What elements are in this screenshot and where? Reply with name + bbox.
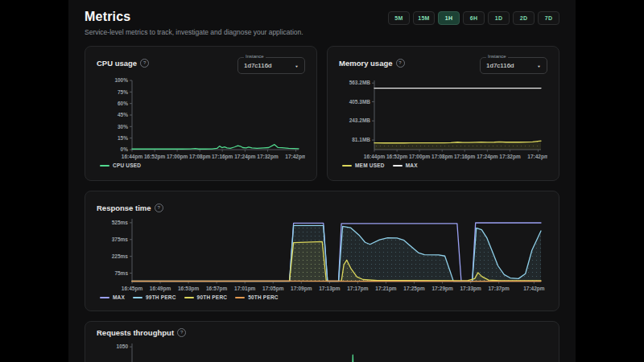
svg-text:17:08pm: 17:08pm — [189, 154, 211, 160]
svg-text:16:44pm: 16:44pm — [122, 154, 143, 160]
svg-text:16:52pm: 16:52pm — [144, 154, 166, 160]
svg-text:45%: 45% — [118, 112, 128, 117]
svg-text:17:21pm: 17:21pm — [375, 286, 397, 292]
cpu-card-title: CPU usage ? — [97, 56, 149, 68]
svg-text:243.2MB: 243.2MB — [349, 117, 371, 123]
legend-label: MAX — [406, 162, 418, 168]
cpu-usage-chart: 0%15%30%45%60%75%100%16:44pm16:52pm17:00… — [97, 76, 305, 160]
legend-swatch — [393, 165, 402, 167]
svg-text:75ms: 75ms — [114, 270, 128, 276]
chevron-down-icon: ▼ — [537, 64, 541, 68]
legend-max[interactable]: MAX — [100, 294, 125, 300]
memory-usage-card: Memory usage ? Instance 1d7c116d ▼ 81.1M… — [327, 46, 559, 181]
legend-label: 50TH PERC — [248, 294, 279, 300]
requests-throughput-chart: 7501050 — [97, 339, 547, 362]
svg-text:17:16pm: 17:16pm — [212, 154, 233, 160]
page-title-block: Metrics Service-level metrics to track, … — [85, 10, 303, 36]
legend-label: 90TH PERC — [197, 294, 228, 300]
requests-card-title: Requests throughput ? — [97, 327, 186, 337]
time-range-5m-button[interactable]: 5M — [388, 11, 410, 25]
help-icon[interactable]: ? — [396, 59, 405, 68]
requests-card-header: Requests throughput ? — [97, 327, 547, 337]
svg-text:0%: 0% — [121, 146, 129, 152]
legend-swatch — [100, 165, 109, 167]
memory-chart-legend: MEM USEDMAX — [339, 162, 547, 168]
time-range-15m-button[interactable]: 15M — [413, 11, 435, 25]
instance-select-value: 1d7c116d — [244, 62, 272, 69]
legend-swatch — [133, 297, 142, 298]
cpu-card-header: CPU usage ? Instance 1d7c116d ▼ — [97, 56, 305, 74]
legend-label: MAX — [113, 294, 125, 300]
legend-50th-perc[interactable]: 50TH PERC — [235, 294, 279, 300]
memory-title-text: Memory usage — [339, 59, 393, 68]
svg-text:16:57pm: 16:57pm — [206, 286, 228, 292]
legend-mem-used[interactable]: MEM USED — [342, 162, 385, 168]
svg-text:405.3MB: 405.3MB — [349, 99, 371, 105]
svg-text:563.2MB: 563.2MB — [349, 80, 371, 85]
cpu-usage-plot: 0%15%30%45%60%75%100%16:44pm16:52pm17:00… — [97, 76, 305, 160]
svg-text:17:42pm: 17:42pm — [527, 154, 547, 160]
requests-throughput-card: Requests throughput ? 7501050 — [85, 321, 559, 362]
svg-text:16:44pm: 16:44pm — [364, 154, 386, 160]
page-header: Metrics Service-level metrics to track, … — [68, 0, 576, 36]
svg-text:17:00pm: 17:00pm — [167, 154, 188, 160]
svg-text:81.1MB: 81.1MB — [352, 137, 370, 142]
svg-text:17:05pm: 17:05pm — [262, 286, 284, 292]
svg-text:15%: 15% — [118, 135, 128, 141]
response-time-chart: 75ms225ms375ms525ms16:45pm16:49pm16:53pm… — [97, 215, 547, 292]
time-range-1h-button[interactable]: 1H — [438, 11, 460, 25]
svg-text:17:13pm: 17:13pm — [319, 286, 341, 292]
memory-instance-select[interactable]: Instance 1d7c116d ▼ — [480, 57, 547, 74]
help-icon[interactable]: ? — [177, 328, 186, 337]
memory-usage-chart: 81.1MB243.2MB405.3MB563.2MB16:44pm16:52p… — [339, 76, 547, 160]
page-subtitle: Service-level metrics to track, investig… — [85, 28, 303, 36]
chevron-down-icon: ▼ — [295, 64, 299, 68]
legend-99th-perc[interactable]: 99TH PERC — [133, 294, 176, 300]
memory-card-header: Memory usage ? Instance 1d7c116d ▼ — [339, 56, 547, 74]
time-range-group: 5M15M1H6H1D2D7D — [388, 11, 559, 25]
cpu-instance-select[interactable]: Instance 1d7c116d ▼ — [237, 57, 305, 74]
legend-label: 99TH PERC — [146, 294, 176, 300]
help-icon[interactable]: ? — [140, 59, 149, 68]
svg-text:1050: 1050 — [117, 343, 129, 349]
svg-text:17:32pm: 17:32pm — [257, 154, 279, 160]
time-range-7d-button[interactable]: 7D — [538, 11, 559, 25]
svg-text:17:17pm: 17:17pm — [347, 286, 369, 292]
cpu-chart-legend: CPU USED — [97, 162, 305, 168]
svg-text:17:24pm: 17:24pm — [477, 154, 498, 160]
svg-text:17:42pm: 17:42pm — [285, 154, 305, 160]
help-icon[interactable]: ? — [155, 204, 163, 212]
time-range-1d-button[interactable]: 1D — [488, 11, 510, 25]
response-card-title: Response time ? — [97, 201, 163, 212]
time-range-6h-button[interactable]: 6H — [463, 11, 485, 25]
response-time-plot: 75ms225ms375ms525ms16:45pm16:49pm16:53pm… — [97, 215, 547, 292]
response-time-card: Response time ? 75ms225ms375ms525ms16:45… — [85, 191, 559, 311]
svg-text:60%: 60% — [118, 101, 128, 106]
memory-card-title: Memory usage ? — [339, 56, 405, 68]
legend-cpu-used[interactable]: CPU USED — [100, 162, 141, 168]
page-title: Metrics — [85, 10, 303, 24]
legend-swatch — [342, 165, 352, 167]
response-title-text: Response time — [97, 204, 151, 212]
svg-text:75%: 75% — [118, 89, 128, 95]
time-range-2d-button[interactable]: 2D — [513, 11, 535, 25]
svg-text:30%: 30% — [118, 124, 128, 130]
instance-select-value: 1d7c116d — [486, 62, 514, 69]
cpu-title-text: CPU usage — [97, 59, 137, 68]
svg-text:17:37pm: 17:37pm — [488, 286, 510, 292]
svg-text:375ms: 375ms — [112, 237, 129, 242]
legend-max[interactable]: MAX — [393, 162, 418, 168]
svg-text:16:49pm: 16:49pm — [150, 286, 171, 292]
svg-text:17:16pm: 17:16pm — [454, 154, 476, 160]
memory-usage-plot: 81.1MB243.2MB405.3MB563.2MB16:44pm16:52p… — [339, 76, 547, 160]
legend-90th-perc[interactable]: 90TH PERC — [184, 294, 228, 300]
svg-text:16:53pm: 16:53pm — [178, 286, 200, 292]
instance-select-label: Instance — [244, 54, 266, 59]
cpu-usage-card: CPU usage ? Instance 1d7c116d ▼ 0%15%30%… — [85, 46, 317, 181]
requests-title-text: Requests throughput — [97, 328, 174, 337]
cards-grid: CPU usage ? Instance 1d7c116d ▼ 0%15%30%… — [68, 46, 576, 362]
requests-throughput-plot: 7501050 — [97, 339, 547, 362]
svg-text:17:29pm: 17:29pm — [431, 286, 453, 292]
svg-text:17:01pm: 17:01pm — [234, 286, 256, 292]
response-chart-legend: MAX99TH PERC90TH PERC50TH PERC — [97, 294, 547, 300]
